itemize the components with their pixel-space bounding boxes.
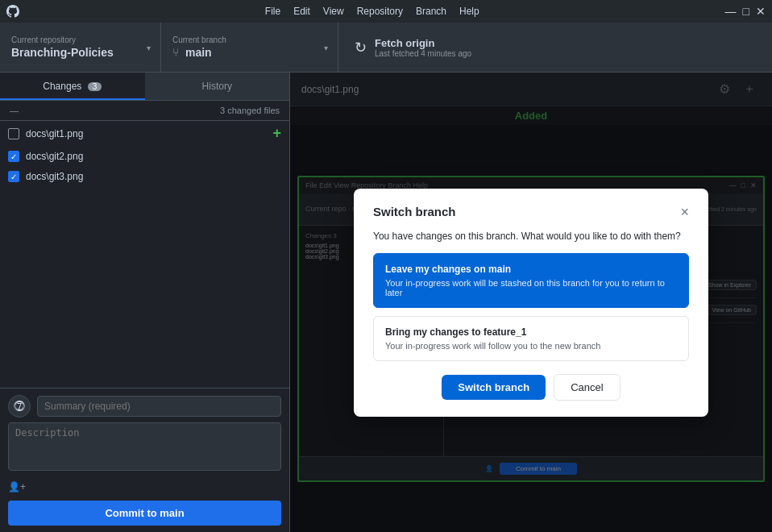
modal-overlay: Switch branch × You have changes on this… <box>290 73 772 532</box>
modal-close-button[interactable]: × <box>680 205 689 219</box>
menu-file[interactable]: File <box>265 6 280 17</box>
file-status-add-1: + <box>272 125 281 142</box>
file-name-3: docs\git3.png <box>26 171 281 182</box>
file-list: docs\git1.png + ✓ docs\git2.png ✓ docs\g… <box>0 121 289 388</box>
file-item-1[interactable]: docs\git1.png + <box>0 121 289 147</box>
title-bar-left <box>6 5 19 18</box>
current-repo-section[interactable]: Current repository Branching-Policies ▾ <box>0 23 161 72</box>
fetch-title: Fetch origin <box>375 37 471 49</box>
tabs: Changes 3 History <box>0 73 289 101</box>
current-branch-section[interactable]: Current branch ⑂ main ▾ <box>161 23 338 72</box>
title-bar: File Edit View Repository Branch Help — … <box>0 0 772 23</box>
file-name-2: docs\git2.png <box>26 151 281 162</box>
maximize-button[interactable]: □ <box>743 5 749 18</box>
bottom-area: ⓻ 👤+ Commit to main <box>0 388 289 532</box>
menu-view[interactable]: View <box>323 6 344 17</box>
right-panel: docs\git1.png ⚙ ＋ Added File Edit View R… <box>290 73 772 532</box>
main-layout: Changes 3 History — 3 changed files docs… <box>0 73 772 532</box>
switch-branch-modal: Switch branch × You have changes on this… <box>354 189 708 417</box>
description-input[interactable] <box>8 422 281 471</box>
title-bar-controls: — □ ✕ <box>725 5 766 18</box>
person-add-icon: 👤+ <box>8 481 26 493</box>
changes-badge: 3 <box>88 82 102 91</box>
file-item-2[interactable]: ✓ docs\git2.png <box>0 147 289 167</box>
add-coauthor[interactable]: 👤+ <box>8 478 281 496</box>
cancel-button[interactable]: Cancel <box>554 374 620 401</box>
fetch-origin-section[interactable]: ↻ Fetch origin Last fetched 4 minutes ag… <box>338 23 516 72</box>
branch-dropdown-icon: ▾ <box>324 43 328 52</box>
tab-changes[interactable]: Changes 3 <box>0 73 145 100</box>
switch-branch-button[interactable]: Switch branch <box>442 375 546 400</box>
minimize-button[interactable]: — <box>725 5 737 18</box>
menu-help[interactable]: Help <box>459 6 479 17</box>
collapse-icon[interactable]: — <box>10 106 19 115</box>
changed-files-count: 3 changed files <box>220 106 280 115</box>
file-item-3[interactable]: ✓ docs\git3.png <box>0 167 289 187</box>
fetch-content: Fetch origin Last fetched 4 minutes ago <box>375 37 471 58</box>
modal-title: Switch branch <box>373 205 456 218</box>
modal-option-leave-title: Leave my changes on main <box>385 264 677 275</box>
toolbar: Current repository Branching-Policies ▾ … <box>0 23 772 73</box>
modal-option-bring-desc: Your in-progress work will follow you to… <box>385 341 677 351</box>
modal-description: You have changes on this branch. What wo… <box>373 231 689 242</box>
summary-input[interactable] <box>37 396 281 417</box>
commit-button[interactable]: Commit to main <box>8 501 281 526</box>
file-checkbox-1[interactable] <box>8 128 19 139</box>
tab-history[interactable]: History <box>145 73 290 100</box>
changed-files-header: — 3 changed files <box>0 101 289 121</box>
left-panel: Changes 3 History — 3 changed files docs… <box>0 73 290 532</box>
branch-name: main <box>185 46 212 59</box>
branch-icon: ⑂ <box>172 46 179 59</box>
branch-label: Current branch <box>172 35 326 44</box>
summary-row: ⓻ <box>8 395 281 418</box>
modal-option-leave[interactable]: Leave my changes on main Your in-progres… <box>373 253 689 308</box>
github-logo-icon <box>6 5 19 18</box>
menu-edit[interactable]: Edit <box>293 6 310 17</box>
avatar: ⓻ <box>8 395 31 418</box>
file-name-1: docs\git1.png <box>26 128 266 139</box>
close-button[interactable]: ✕ <box>756 5 766 18</box>
file-checkbox-3[interactable]: ✓ <box>8 171 19 182</box>
repo-name: Branching-Policies <box>11 46 149 59</box>
modal-header: Switch branch × <box>373 205 689 219</box>
modal-option-bring-title: Bring my changes to feature_1 <box>385 326 677 338</box>
modal-option-bring[interactable]: Bring my changes to feature_1 Your in-pr… <box>373 316 689 361</box>
fetch-row: ↻ Fetch origin Last fetched 4 minutes ag… <box>355 37 500 58</box>
modal-footer: Switch branch Cancel <box>373 374 689 401</box>
repo-dropdown-icon: ▾ <box>147 43 151 52</box>
branch-row: ⑂ main <box>172 46 326 59</box>
repo-label: Current repository <box>11 35 149 44</box>
title-bar-menu: File Edit View Repository Branch Help <box>265 6 479 17</box>
file-checkbox-2[interactable]: ✓ <box>8 151 19 162</box>
menu-repository[interactable]: Repository <box>357 6 403 17</box>
fetch-subtitle: Last fetched 4 minutes ago <box>375 49 471 58</box>
refresh-icon: ↻ <box>355 39 367 56</box>
modal-option-leave-desc: Your in-progress work will be stashed on… <box>385 278 677 297</box>
menu-branch[interactable]: Branch <box>416 6 446 17</box>
